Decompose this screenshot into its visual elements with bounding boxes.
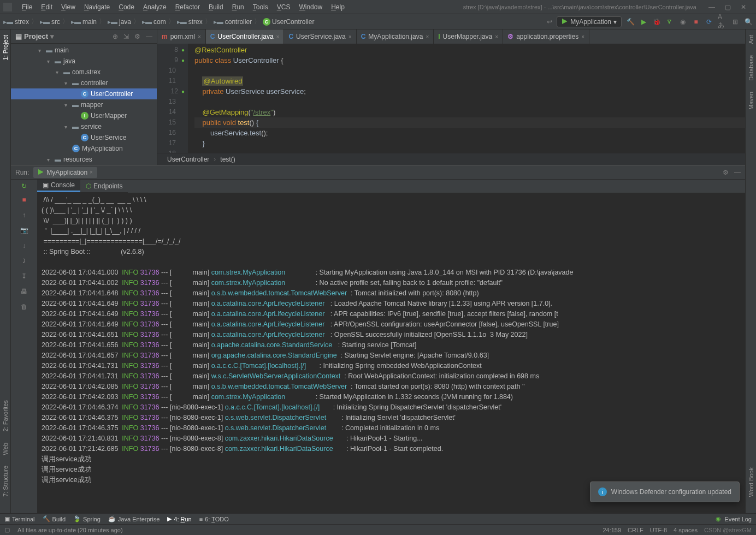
debug-icon[interactable]: 🐞 xyxy=(652,17,661,26)
menu-file[interactable]: File xyxy=(17,2,37,13)
breadcrumb-com[interactable]: ▸▬ com xyxy=(142,18,166,26)
editor-area: mpom.xml×CUserController.java×CUserServi… xyxy=(157,29,745,165)
toolwin-build[interactable]: 🔨Build xyxy=(43,515,66,522)
indent[interactable]: 4 spaces xyxy=(674,527,698,533)
tree-item-userservice[interactable]: CUserService xyxy=(11,132,157,143)
wordbook-tool-tab[interactable]: Word Book xyxy=(748,467,754,497)
tree-item-resources[interactable]: ▾▬resources xyxy=(11,154,157,165)
structure-tool-tab[interactable]: 7: Structure xyxy=(2,466,9,497)
project-tool-tab[interactable]: 1: Project xyxy=(2,35,9,60)
trash-icon[interactable]: 🗑 xyxy=(19,302,29,312)
layout-icon[interactable]: ⊞ xyxy=(731,17,740,26)
tree-item-myapplication[interactable]: CMyApplication xyxy=(11,143,157,154)
tree-item-controller[interactable]: ▾▬controller xyxy=(11,78,157,88)
breadcrumb-strex[interactable]: ▸▬ strex xyxy=(3,18,29,26)
print-icon[interactable]: 🖶 xyxy=(19,287,29,296)
tree-item-usermapper[interactable]: IUserMapper xyxy=(11,110,157,121)
stop-run-icon[interactable]: ■ xyxy=(19,195,29,205)
menu-view[interactable]: View xyxy=(57,2,80,13)
console-tab-endpoints[interactable]: ⬡ Endpoints xyxy=(80,180,128,192)
notification-toast[interactable]: i Windows Defender configuration updated xyxy=(590,482,740,502)
vcs-icon[interactable]: ▢ xyxy=(4,526,10,533)
event-log[interactable]: Event Log xyxy=(724,516,752,522)
tree-item-service[interactable]: ▾▬service xyxy=(11,121,157,132)
breadcrumb-main[interactable]: ▸▬ main xyxy=(71,18,97,26)
wrap-icon[interactable]: ⤸ xyxy=(19,256,29,266)
tab-application-properties[interactable]: ⚙application.properties× xyxy=(503,29,589,44)
settings-icon[interactable]: ⚙ xyxy=(134,33,140,40)
menu-code[interactable]: Code xyxy=(114,2,139,13)
crumb-method[interactable]: test() xyxy=(220,156,235,163)
console-output[interactable]: /\\ / ___'_ __ _ _(_)_ __ __ _ \ \ \ \( … xyxy=(37,193,745,513)
maven-tool-tab[interactable]: Maven xyxy=(748,92,754,110)
tree-item-java[interactable]: ▾▬java xyxy=(11,56,157,67)
tree-item-usercontroller[interactable]: CUserController xyxy=(11,88,157,99)
project-panel-title[interactable]: ▤Project▾ xyxy=(15,32,54,40)
minimize-icon[interactable]: — xyxy=(708,3,715,11)
menu-tools[interactable]: Tools xyxy=(249,2,273,13)
close-icon[interactable]: ✕ xyxy=(741,3,746,11)
line-ending[interactable]: CRLF xyxy=(628,527,643,533)
tree-item-main[interactable]: ▾▬main xyxy=(11,45,157,56)
select-opened-icon[interactable]: ⊕ xyxy=(113,33,118,40)
caret-position[interactable]: 24:159 xyxy=(603,527,621,533)
tree-item-com-strex[interactable]: ▾▬com.strex xyxy=(11,67,157,78)
run-hide-icon[interactable]: — xyxy=(734,169,741,176)
toolwin-spring[interactable]: 🍃Spring xyxy=(73,515,101,522)
close-tab-icon[interactable]: × xyxy=(90,169,93,175)
ant-tool-tab[interactable]: Ant xyxy=(748,35,754,44)
update-icon[interactable]: ⟳ xyxy=(705,17,713,26)
menu-analyze[interactable]: Analyze xyxy=(139,2,171,13)
menu-window[interactable]: Window xyxy=(294,2,327,13)
build-icon[interactable]: 🔨 xyxy=(626,17,635,26)
search-icon[interactable]: 🔍 xyxy=(744,17,753,26)
tab-userservice-java[interactable]: CUserService.java× xyxy=(284,29,356,44)
favorites-tool-tab[interactable]: 2: Favorites xyxy=(2,400,9,431)
breadcrumb-controller[interactable]: ▸▬ controller xyxy=(214,18,252,26)
back-icon[interactable]: ↩ xyxy=(547,18,552,26)
toolwin-terminal[interactable]: ▣Terminal xyxy=(4,515,35,522)
breadcrumb-src[interactable]: ▸▬ src xyxy=(40,18,60,26)
toolwin-javaenterprise[interactable]: ☕Java Enterprise xyxy=(108,515,160,522)
menu-vcs[interactable]: VCS xyxy=(273,2,295,13)
breadcrumb-usercontroller[interactable]: C UserController xyxy=(263,18,314,26)
expand-icon[interactable]: ⇲ xyxy=(123,33,129,40)
menu-navigate[interactable]: Navigate xyxy=(80,2,114,13)
toolwin-6todo[interactable]: ≡6: TODO xyxy=(199,516,229,522)
coverage-icon[interactable]: ⛛ xyxy=(665,17,674,26)
breadcrumb-strex[interactable]: ▸▬ strex xyxy=(177,18,203,26)
run-config-dropdown[interactable]: ⯈ MyApplication ▾ xyxy=(557,16,622,27)
menu-edit[interactable]: Edit xyxy=(37,2,57,13)
toolwin-4run[interactable]: ▶4: Run xyxy=(167,515,191,522)
tab-usercontroller-java[interactable]: CUserController.java× xyxy=(206,29,285,44)
menu-build[interactable]: Build xyxy=(204,2,228,13)
menu-run[interactable]: Run xyxy=(228,2,249,13)
snapshot-icon[interactable]: 📷 xyxy=(19,225,29,235)
text-icon[interactable]: Aあ xyxy=(718,17,727,26)
web-tool-tab[interactable]: Web xyxy=(2,443,9,455)
console-tab-console[interactable]: ▣ Console xyxy=(37,180,80,192)
scroll-icon[interactable]: ↧ xyxy=(19,271,29,281)
stop-icon[interactable]: ■ xyxy=(692,17,700,26)
tab-myapplication-java[interactable]: CMyApplication.java× xyxy=(357,29,434,44)
run-settings-icon[interactable]: ⚙ xyxy=(723,169,729,176)
hide-icon[interactable]: — xyxy=(146,33,152,40)
down-icon[interactable]: ↓ xyxy=(19,241,29,251)
project-tree[interactable]: ▾▬main▾▬java▾▬com.strex▾▬controllerCUser… xyxy=(11,44,157,165)
tab-pom-xml[interactable]: mpom.xml× xyxy=(157,29,206,44)
menu-help[interactable]: Help xyxy=(327,2,349,13)
rerun-icon[interactable]: ↻ xyxy=(21,182,27,190)
profile-icon[interactable]: ◉ xyxy=(678,17,687,26)
run-tab[interactable]: ⯈ MyApplication × xyxy=(33,167,97,178)
breadcrumb-java[interactable]: ▸▬ java xyxy=(108,18,131,26)
run-icon[interactable]: ▶ xyxy=(639,17,648,26)
menu-refactor[interactable]: Refactor xyxy=(171,2,204,13)
maximize-icon[interactable]: ▢ xyxy=(725,3,731,11)
tree-item-mapper[interactable]: ▾▬mapper xyxy=(11,99,157,110)
up-icon[interactable]: ↑ xyxy=(19,210,29,220)
crumb-class[interactable]: UserController xyxy=(167,156,209,163)
encoding[interactable]: UTF-8 xyxy=(650,527,667,533)
tab-usermapper-java[interactable]: IUserMapper.java× xyxy=(434,29,503,44)
code-editor[interactable]: @RestControllerpublic class UserControll… xyxy=(188,44,745,153)
database-tool-tab[interactable]: Database xyxy=(748,55,754,81)
